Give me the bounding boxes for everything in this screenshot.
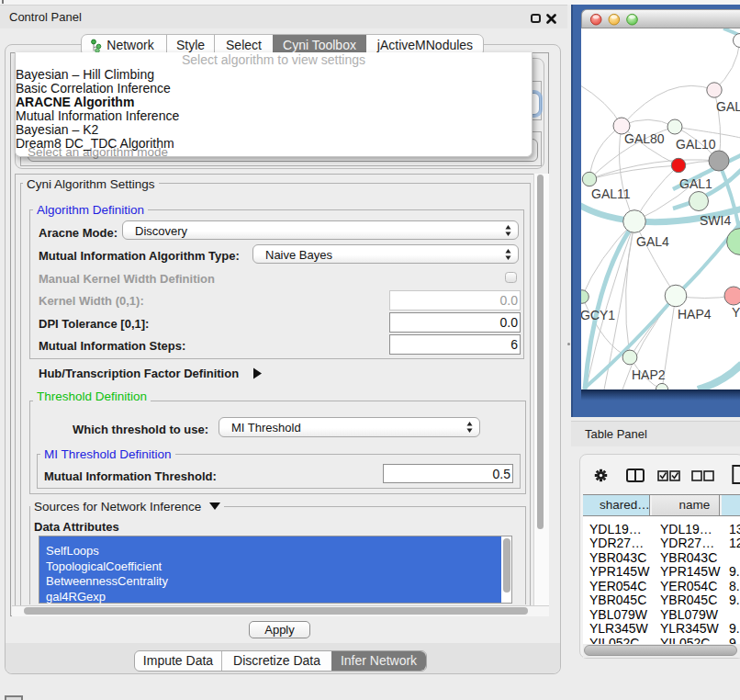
svg-text:GAL11: GAL11 <box>591 186 631 201</box>
svg-text:GAL4: GAL4 <box>636 234 669 249</box>
svg-text:GAL7: GAL7 <box>716 99 740 114</box>
svg-text:GAL80: GAL80 <box>624 131 665 146</box>
svg-text:SWI4: SWI4 <box>700 213 731 228</box>
svg-text:HAP4: HAP4 <box>678 307 712 322</box>
svg-text:GAL10: GAL10 <box>676 137 716 152</box>
svg-text:HAP2: HAP2 <box>632 367 666 382</box>
svg-text:YDR: YDR <box>732 305 740 320</box>
svg-text:GCY1: GCY1 <box>581 308 615 322</box>
svg-text:GAL1: GAL1 <box>679 176 712 191</box>
